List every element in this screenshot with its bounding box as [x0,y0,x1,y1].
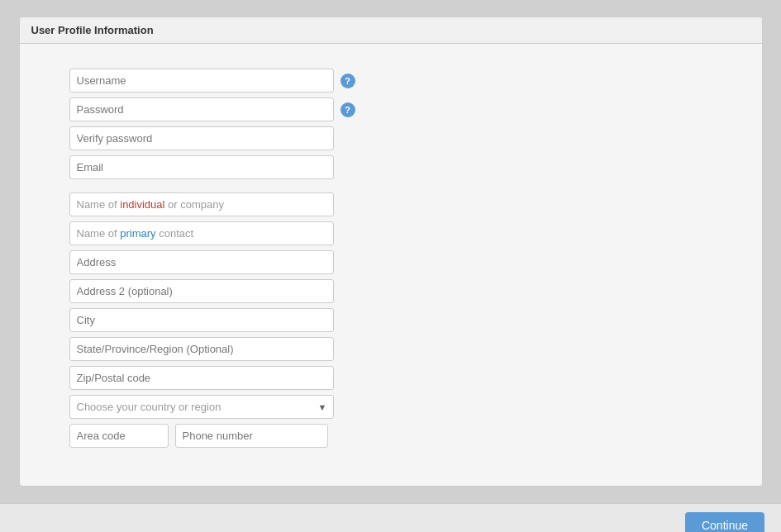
password-help-icon[interactable]: ? [340,102,355,117]
name-primary-input[interactable] [69,221,334,245]
verify-password-row [69,126,712,150]
bottom-bar: Continue [0,503,781,532]
address2-input[interactable] [69,279,334,303]
name-individual-row: Name of individual or company [69,192,712,216]
city-input[interactable] [69,308,334,332]
email-input[interactable] [69,155,334,179]
name-individual-input[interactable] [69,192,334,216]
continue-button[interactable]: Continue [685,512,764,532]
username-help-icon[interactable]: ? [340,74,355,88]
name-primary-row: Name of primary contact [69,221,712,245]
phone-row [69,424,712,448]
state-input[interactable] [69,337,334,361]
user-profile-panel: User Profile Information ? ? [19,17,763,487]
form-body: ? ? Name of individual or company [20,44,762,486]
address-input[interactable] [69,250,334,274]
password-input[interactable] [69,97,334,121]
area-code-input[interactable] [69,424,169,448]
password-row: ? [69,97,712,121]
address2-row [69,279,712,303]
email-row [69,155,712,179]
address-row [69,250,712,274]
state-row [69,337,712,361]
zip-row [69,366,712,390]
panel-title: User Profile Information [20,17,762,44]
username-input[interactable] [69,69,334,93]
country-row: Choose your country or region United Sta… [69,395,334,419]
username-row: ? [69,69,712,93]
verify-password-input[interactable] [69,126,334,150]
zip-input[interactable] [69,366,334,390]
country-select[interactable]: Choose your country or region United Sta… [69,395,334,419]
phone-number-input[interactable] [175,424,328,448]
city-row [69,308,712,332]
